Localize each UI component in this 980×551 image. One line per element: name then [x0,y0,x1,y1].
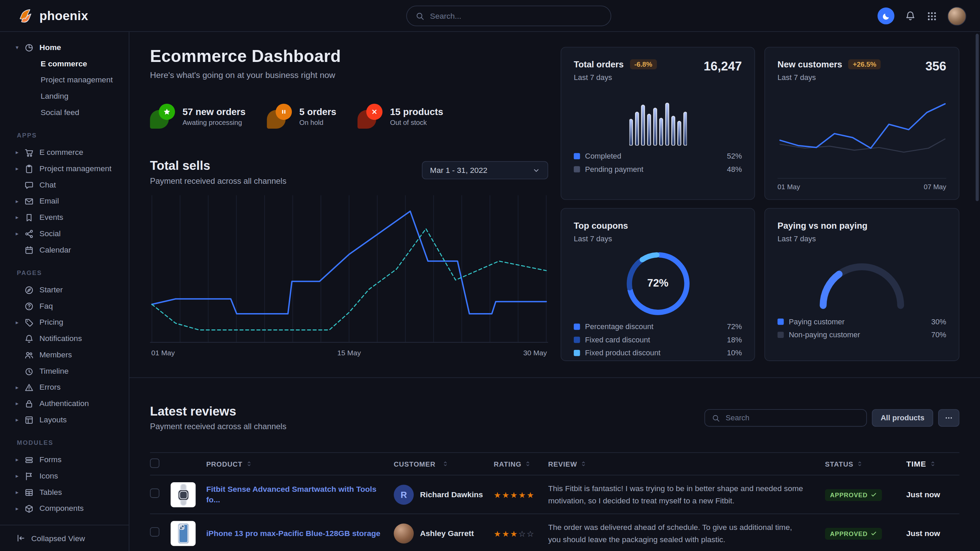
stat-caption: On hold [299,119,336,126]
card-new-customers: New customers +26.5% Last 7 days 356 01 … [764,47,959,200]
flag-icon [24,472,34,481]
notifications-button[interactable] [904,10,916,22]
column-header-customer[interactable]: CUSTOMER [394,460,494,468]
sidebar-item-events[interactable]: Events [0,209,129,225]
reviews-controls: All products [705,409,959,426]
tag-icon [24,318,34,327]
column-header-status[interactable]: STATUS [825,460,907,468]
sort-icon [580,460,587,467]
row-checkbox[interactable] [150,488,160,498]
sidebar-subitem-social-feed[interactable]: Social feed [0,105,129,121]
row-checkbox[interactable] [150,527,160,537]
legend-label: Fixed card discount [585,335,650,345]
select-all-checkbox[interactable] [150,459,160,468]
search-input[interactable] [430,11,602,21]
sidebar-subitem-ecommerce[interactable]: E commerce [0,56,129,72]
legend-item: Pending payment 48% [574,165,742,174]
sidebar-item-pricing[interactable]: Pricing [0,314,129,330]
total-sells-chart: 01 May 15 May 30 May [150,194,548,357]
scrollbar-thumb[interactable] [975,34,978,201]
column-header-product[interactable]: PRODUCT [170,460,394,468]
sidebar-subitem-landing[interactable]: Landing [0,88,129,105]
date-range-select[interactable]: Mar 1 - 31, 2022 [422,161,548,179]
sidebar-item-social[interactable]: Social [0,225,129,242]
theme-toggle-button[interactable] [878,8,894,24]
status-badge: APPROVED [825,489,882,501]
sidebar-item-tables[interactable]: Tables [0,484,129,501]
all-products-button[interactable]: All products [872,409,933,426]
x-axis-labels: 01 May 07 May [777,178,946,191]
sidebar-item-label: Home [40,43,61,52]
apps-grid-button[interactable] [926,10,938,22]
form-icon [24,455,34,465]
product-link[interactable]: iPhone 13 pro max-Pacific Blue-128GB sto… [206,529,380,539]
sidebar-item-label: Errors [40,383,60,392]
share-icon [24,229,34,238]
sidebar-item-notifications[interactable]: Notifications [0,330,129,347]
card-period: Last 7 days [777,234,946,243]
product-image-iphone [170,521,196,546]
legend-label: Paying customer [789,317,845,326]
product-image-smartwatch [170,482,196,507]
quick-stats: 57 new orders Awating processing 5 order… [150,104,548,129]
sidebar-item-errors[interactable]: Errors [0,379,129,395]
sidebar-item-ecommerce-app[interactable]: E commerce [0,144,129,160]
more-options-button[interactable] [938,409,959,426]
caret-right-icon [16,149,24,156]
question-circle-icon [24,302,34,311]
caret-right-icon [16,505,24,511]
sidebar-group-label: APPS [0,132,129,141]
sidebar-item-home[interactable]: Home [0,40,129,56]
caret-right-icon [16,416,24,423]
sidebar-item-layouts[interactable]: Layouts [0,412,129,428]
reviews-search-input[interactable] [725,413,859,422]
user-avatar[interactable] [948,6,966,25]
legend-swatch [574,350,580,356]
reviews-search[interactable] [705,409,867,426]
legend-label: Percentage discount [585,322,654,331]
brand[interactable]: phoenix [18,0,88,32]
sidebar-item-project-management-app[interactable]: Project management [0,160,129,177]
sidebar-item-starter[interactable]: Starter [0,282,129,298]
sidebar-item-faq[interactable]: Faq [0,298,129,314]
sidebar-item-components[interactable]: Components [0,500,129,517]
sidebar-item-email[interactable]: Email [0,193,129,209]
sort-icon [442,460,449,467]
column-header-rating[interactable]: RATING [494,460,548,468]
sort-icon [525,460,531,467]
sidebar-item-label: Project management [40,164,112,173]
sidebar-item-authentication[interactable]: Authentication [0,395,129,412]
envelope-icon [24,196,34,206]
caret-right-icon [16,165,24,171]
sidebar-item-icons[interactable]: Icons [0,468,129,484]
total-sells-subtitle: Payment received across all channels [150,176,287,186]
product-link[interactable]: Fitbit Sense Advanced Smartwatch with To… [206,484,381,505]
legend-item: Percentage discount 72% [574,322,742,331]
reviews-table-header: PRODUCT CUSTOMER RATING REVIEW STATUS [150,452,959,475]
collapse-label: Collapsed View [31,534,85,543]
change-badge: +26.5% [849,59,881,69]
column-header-review[interactable]: REVIEW [548,460,825,468]
reviews-subtitle: Payment received across all channels [150,422,287,431]
sidebar-item-chat[interactable]: Chat [0,177,129,193]
orders-bar-chart [574,92,742,146]
grid-icon [927,11,937,21]
column-header-time[interactable]: TIME [906,459,959,468]
latest-reviews-section: Latest reviews Payment received across a… [129,378,980,551]
sidebar-item-label: Forms [40,456,62,464]
sidebar-item-calendar[interactable]: Calendar [0,241,129,258]
caret-right-icon [16,319,24,326]
sidebar-item-timeline[interactable]: Timeline [0,363,129,379]
sidebar-item-label: Notifications [40,334,82,343]
sidebar-item-forms[interactable]: Forms [0,452,129,468]
legend-value: 10% [727,348,742,357]
sidebar-item-members[interactable]: Members [0,347,129,363]
card-paying-vs-non-paying: Paying vs non paying Last 7 days Paying … [764,208,959,361]
sidebar-subitem-project-management[interactable]: Project management [0,72,129,88]
check-icon [871,492,877,498]
legend-item: Fixed card discount 18% [574,335,742,345]
global-search[interactable] [406,6,611,27]
card-title: Top coupons [574,221,742,230]
collapse-sidebar-button[interactable]: Collapsed View [0,525,129,551]
stat-orders-on-hold: 5 orders On hold [267,104,336,129]
